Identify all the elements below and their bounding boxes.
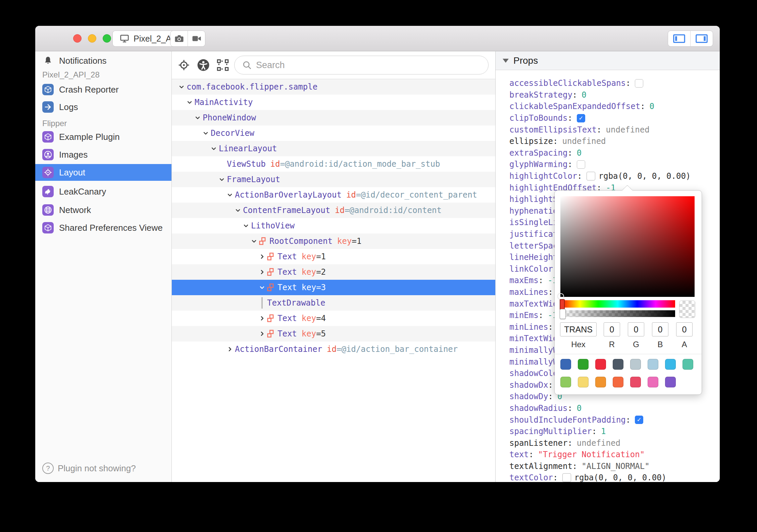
tree-node-rootcomponent[interactable]: RootComponentkey=1 xyxy=(172,233,495,249)
a-input[interactable]: 0 xyxy=(676,322,693,336)
search-input[interactable]: Search xyxy=(234,56,489,74)
tree-node-lithoview[interactable]: LithoView xyxy=(172,218,495,233)
saturation-gradient[interactable] xyxy=(560,196,695,297)
tree-node-text[interactable]: Textkey=2 xyxy=(172,264,495,280)
close-window-button[interactable] xyxy=(73,34,82,43)
color-swatch-button[interactable] xyxy=(562,473,571,482)
preset-color-swatch[interactable] xyxy=(665,359,676,370)
node-name: Text xyxy=(277,252,297,261)
checkbox-checked[interactable]: ✓ xyxy=(577,114,585,122)
chevron-down-icon[interactable] xyxy=(209,145,219,152)
select-element-button[interactable] xyxy=(215,58,230,72)
preset-color-swatch[interactable] xyxy=(560,377,571,387)
tree-node-actionbaroverlaylayout[interactable]: ActionBarOverlayLayoutid=@id/decor_conte… xyxy=(172,187,495,203)
prop-colon: : xyxy=(548,322,553,332)
plugin-not-showing-link[interactable]: ? Plugin not showing? xyxy=(42,463,136,474)
tree-node-com.facebook.flipper.sample[interactable]: com.facebook.flipper.sample xyxy=(172,79,495,95)
checkbox-unchecked[interactable] xyxy=(577,160,585,169)
preset-color-swatch[interactable] xyxy=(630,359,641,370)
chevron-down-icon[interactable] xyxy=(225,192,235,198)
tree-node-phonewindow[interactable]: PhoneWindow xyxy=(172,110,495,125)
sidebar-item-network[interactable]: Network xyxy=(35,202,171,218)
preset-color-swatch[interactable] xyxy=(648,359,658,370)
chevron-down-icon[interactable] xyxy=(217,176,227,183)
prop-colon: : xyxy=(626,78,630,88)
hue-slider-handle[interactable] xyxy=(560,299,565,310)
props-header[interactable]: Props xyxy=(496,51,720,70)
chevron-down-icon[interactable] xyxy=(201,130,211,137)
preset-color-swatch[interactable] xyxy=(578,377,589,387)
chevron-down-icon[interactable] xyxy=(176,84,187,90)
tree-node-text[interactable]: Textkey=4 xyxy=(172,311,495,326)
chevron-down-icon[interactable] xyxy=(185,99,195,106)
sidebar-item-notifications[interactable]: Notifications xyxy=(35,52,171,69)
chevron-down-icon[interactable] xyxy=(241,222,251,229)
chevron-down-icon[interactable] xyxy=(233,207,243,214)
preset-color-swatch[interactable] xyxy=(613,359,623,370)
screenshot-button[interactable] xyxy=(170,31,188,46)
sidebar-item-logs[interactable]: Logs xyxy=(35,99,171,115)
sidebar-item-shared-preferences-viewe[interactable]: Shared Preferences Viewe xyxy=(35,219,171,236)
sidebar-item-leakcanary[interactable]: LeakCanary xyxy=(35,183,171,200)
prop-key: minimallyW xyxy=(509,357,558,367)
toggle-right-panel-button[interactable] xyxy=(690,31,713,46)
toggle-left-panel-button[interactable] xyxy=(668,31,690,46)
preset-color-swatch[interactable] xyxy=(595,359,606,370)
color-swatch-button[interactable] xyxy=(587,172,595,180)
alpha-slider[interactable] xyxy=(560,310,675,317)
tree-node-text[interactable]: Textkey=3 xyxy=(172,280,495,295)
chevron-right-icon[interactable] xyxy=(257,315,267,322)
prop-value: undefined xyxy=(577,438,620,448)
chevron-right-icon[interactable] xyxy=(257,330,267,337)
preset-color-swatch[interactable] xyxy=(613,377,623,387)
hex-input[interactable]: TRANS xyxy=(560,322,597,336)
prop-value: "ALIGN_NORMAL" xyxy=(582,462,649,471)
tree-node-actionbarcontainer[interactable]: ActionBarContainerid=@id/action_bar_cont… xyxy=(172,341,495,357)
prop-value: rgba(0, 0, 0, 0.00) xyxy=(574,473,667,482)
preset-color-swatch[interactable] xyxy=(595,377,606,387)
preset-color-swatch[interactable] xyxy=(560,359,571,370)
tree-node-viewstub[interactable]: ViewStubid=@android:id/action_mode_bar_s… xyxy=(172,156,495,172)
chevron-down-icon[interactable] xyxy=(249,238,259,245)
tree-node-textdrawable[interactable]: TextDrawable xyxy=(172,295,495,311)
chevron-down-icon[interactable] xyxy=(257,284,267,291)
gradient-cursor[interactable] xyxy=(558,293,564,300)
node-id-attr: id xyxy=(335,206,345,215)
chevron-right-icon[interactable] xyxy=(257,253,267,260)
user-circle-icon xyxy=(42,149,54,160)
checkbox-checked[interactable]: ✓ xyxy=(635,416,643,424)
preset-color-swatch[interactable] xyxy=(630,377,641,387)
preset-color-swatch[interactable] xyxy=(665,377,676,387)
screen-record-button[interactable] xyxy=(188,31,205,46)
tree-node-text[interactable]: Textkey=1 xyxy=(172,249,495,264)
sidebar-item-label: Logs xyxy=(59,102,78,112)
minimize-window-button[interactable] xyxy=(88,34,96,43)
sidebar-item-images[interactable]: Images xyxy=(35,146,171,163)
node-name: com.facebook.flipper.sample xyxy=(187,82,317,92)
hue-slider[interactable] xyxy=(560,300,675,308)
sidebar-item-layout[interactable]: Layout xyxy=(35,164,171,181)
tree-node-framelayout[interactable]: FrameLayout xyxy=(172,172,495,187)
chevron-down-icon[interactable] xyxy=(193,114,203,121)
tree-node-decorview[interactable]: DecorView xyxy=(172,125,495,141)
tree-node-contentframelayout[interactable]: ContentFrameLayoutid=@android:id/content xyxy=(172,203,495,218)
preset-color-swatch[interactable] xyxy=(683,359,693,370)
tree-node-linearlayout[interactable]: LinearLayout xyxy=(172,141,495,156)
preset-color-swatch[interactable] xyxy=(648,377,658,387)
target-mode-button[interactable] xyxy=(176,58,191,72)
sidebar-item-crash-reporter[interactable]: Crash Reporter xyxy=(35,81,171,98)
chevron-right-icon[interactable] xyxy=(225,346,235,353)
node-id-value: =@android:id/content xyxy=(345,206,442,215)
alpha-slider-handle[interactable] xyxy=(560,309,566,319)
checkbox-unchecked[interactable] xyxy=(635,79,643,88)
tree-node-text[interactable]: Textkey=5 xyxy=(172,326,495,341)
accessibility-mode-button[interactable] xyxy=(196,58,211,72)
r-input[interactable]: 0 xyxy=(604,322,620,336)
chevron-right-icon[interactable] xyxy=(257,269,267,275)
preset-color-swatch[interactable] xyxy=(578,359,589,370)
zoom-window-button[interactable] xyxy=(103,34,111,43)
tree-node-mainactivity[interactable]: MainActivity xyxy=(172,95,495,110)
b-input[interactable]: 0 xyxy=(652,322,668,336)
sidebar-item-example-plugin[interactable]: Example Plugin xyxy=(35,128,171,145)
g-input[interactable]: 0 xyxy=(628,322,644,336)
